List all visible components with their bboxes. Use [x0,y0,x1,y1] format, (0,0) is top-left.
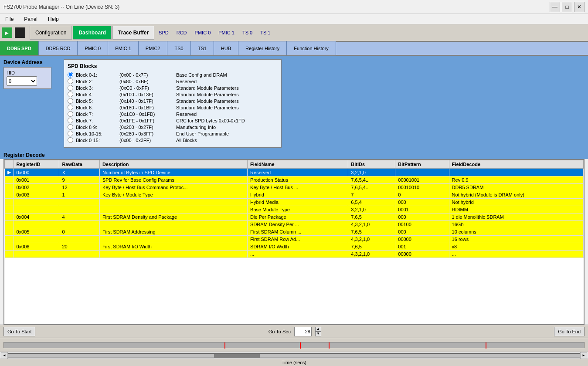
spd-block-radio-b01[interactable] [68,72,73,78]
table-row[interactable]: First SDRAM Row Ad...4,3,2,1,00000016 ro… [5,236,584,243]
stop-button[interactable] [15,27,25,38]
table-cell-3 [99,251,247,258]
table-header: RegisterID RawData Description FieldName… [5,160,584,169]
timeline-mark-1 [224,342,225,349]
hscroll-right[interactable]: ► [580,352,587,359]
spin-down[interactable]: ▼ [315,332,321,336]
table-cell-5: 4,3,2,1,0 [348,221,395,228]
table-row[interactable]: 0x0050First SDRAM AddressingFirst SDRAM … [5,228,584,236]
maximize-button[interactable]: □ [562,2,572,12]
table-row[interactable]: ▶0x000XNumber of Bytes in SPD DeviceRese… [5,169,584,176]
table-cell-4: Hybrid [248,191,348,199]
spd-block-range: (0x1FE - 0x1FF) [119,118,176,123]
goto-end-button[interactable]: Go To End [554,327,585,336]
table-cell-2: 0 [59,228,100,236]
spd-block-radio-b3[interactable] [68,85,73,91]
subtab-ddr5rcd[interactable]: DDR5 RCD [39,41,78,55]
table-cell-5: 7,6,5 [348,214,395,221]
subtab-pmic1[interactable]: PMIC 1 [108,41,139,55]
menu-help[interactable]: Help [46,15,61,23]
table-cell-7: Not hybrid [449,199,583,206]
col-regid: RegisterID [14,160,59,169]
table-container[interactable]: RegisterID RawData Description FieldName… [4,159,584,324]
table-row[interactable]: 0x0019SPD Rev for Base Config ParamsProd… [5,176,584,184]
table-row[interactable]: 0x00212Key Byte / Host Bus Command Proto… [5,184,584,191]
goto-start-button[interactable]: Go To Start [3,327,35,336]
spd-block-name: Block 4: [76,92,119,97]
table-cell-4: Key Byte / Host Bus ... [248,184,348,191]
table-cell-3: First SDRAM I/O Width [99,243,247,251]
tab-pmic0[interactable]: PMIC 0 [191,26,214,40]
spd-block-radio-b1015[interactable] [68,131,73,136]
table-cell-0 [5,206,14,214]
goto-sec-input[interactable] [294,327,312,336]
table-cell-0 [5,191,14,199]
table-cell-7: 10 columns [449,228,583,236]
spd-block-radio-b89[interactable] [68,124,73,130]
menu-file[interactable]: File [3,15,15,23]
table-cell-1: 0x000 [14,169,59,176]
subtab-ts1[interactable]: TS1 [191,41,214,55]
spd-block-radio-b6[interactable] [68,105,73,110]
hscroll-track[interactable] [8,353,580,358]
table-cell-1 [14,199,59,206]
spd-block-name: Block 0-1: [76,72,119,78]
hscroll-thumb[interactable] [214,354,260,358]
table-row[interactable]: 0x0031Key Byte / Module TypeHybrid70Not … [5,191,584,199]
subtab-hub[interactable]: HUB [214,41,238,55]
menu-bar: File Panel Help [0,14,588,24]
spd-block-radio-b5[interactable] [68,98,73,104]
menu-panel[interactable]: Panel [22,15,39,23]
spd-block-radio-b4[interactable] [68,92,73,97]
col-field: FieldName [248,160,348,169]
spd-block-name: Block 8-9: [76,125,119,130]
tab-dashboard[interactable]: Dashboard [73,26,112,40]
spd-block-name: Block 3: [76,85,119,91]
play-button[interactable] [2,27,12,38]
spd-block-radio-b2[interactable] [68,78,73,84]
subtab-ts0[interactable]: TS0 [167,41,190,55]
tab-configuration[interactable]: Configuration [30,26,72,40]
table-cell-2: 20 [59,243,100,251]
subtab-pmic0[interactable]: PMIC 0 [78,41,108,55]
subtab-function-history[interactable]: Function History [287,41,336,55]
table-row[interactable]: Hybrid Media6,5,4000Not hybrid [5,199,584,206]
spin-up[interactable]: ▲ [315,327,321,332]
table-row[interactable]: SDRAM Density Per ...4,3,2,1,00010016Gb [5,221,584,228]
spd-block-name: Block 5: [76,98,119,104]
content-wrapper: Device Address HID 0 SPD Blocks Block 0-… [0,56,588,366]
table-body: ▶0x000XNumber of Bytes in SPD DeviceRese… [5,169,584,258]
table-cell-4: First SDRAM Row Ad... [248,236,348,243]
close-button[interactable]: ✕ [574,2,585,12]
table-row[interactable]: 0x00620First SDRAM I/O WidthSDRAM I/O Wi… [5,243,584,251]
table-row[interactable]: ...4,3,2,1,000000... [5,251,584,258]
table-cell-5: 4,3,2,1,0 [348,236,395,243]
window-controls: — □ ✕ [550,2,585,12]
tab-spd[interactable]: SPD [155,26,172,40]
table-row[interactable]: 0x0044First SDRAM Density and PackageDie… [5,214,584,221]
hid-select[interactable]: 0 [7,76,37,86]
spd-block-name: Block 0-15: [76,138,119,143]
spd-block-radio-b015[interactable] [68,137,73,143]
table-cell-4: Die Per Package [248,214,348,221]
tab-trace-buffer[interactable]: Trace Buffer [112,26,154,40]
tab-pmic1[interactable]: PMIC 1 [215,26,238,40]
table-cell-4: ... [248,251,348,258]
minimize-button[interactable]: — [550,2,560,12]
spd-block-radio-b7a[interactable] [68,111,73,117]
hscroll-left[interactable]: ◄ [1,352,8,359]
spd-block-name: Block 6: [76,105,119,110]
table-cell-5: 6,5,4 [348,199,395,206]
goto-sec-spinner[interactable]: ▲ ▼ [315,327,321,336]
tab-ts1[interactable]: TS 1 [257,26,274,40]
tab-ts0[interactable]: TS 0 [239,26,256,40]
table-cell-0: ▶ [5,169,14,176]
subtab-ddr5spd[interactable]: DDR5 SPD [0,41,39,55]
timeline-track[interactable] [3,342,585,348]
table-row[interactable]: Base Module Type3,2,1,00001RDIMM [5,206,584,214]
timeline-mark-4 [486,342,486,349]
subtab-register-history[interactable]: Register History [238,41,287,55]
subtab-pmic2[interactable]: PMIC2 [139,41,168,55]
tab-rcd[interactable]: RCD [173,26,190,40]
spd-block-radio-b7b[interactable] [68,118,73,123]
